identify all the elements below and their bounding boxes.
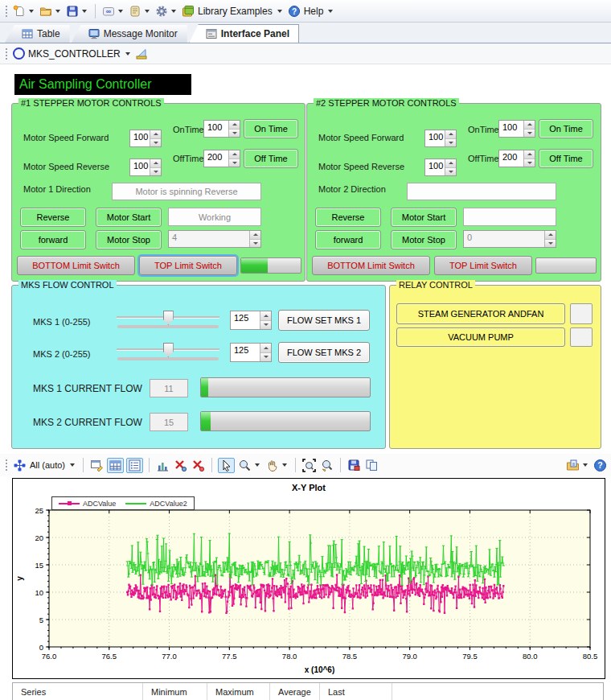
- stepper1-off-time-input[interactable]: 200: [203, 150, 240, 167]
- stepper2-off-time-button[interactable]: Off Time: [539, 149, 593, 168]
- spin-up-icon[interactable]: [524, 121, 535, 130]
- show-legend-toggle[interactable]: [126, 458, 143, 473]
- spinner-buttons[interactable]: [249, 231, 260, 247]
- xy-plot-chart[interactable]: 76.076.577.077.578.078.579.079.580.080.5…: [12, 478, 605, 679]
- export-button[interactable]: [565, 457, 590, 474]
- script-button[interactable]: [128, 3, 152, 19]
- stepper2-status-textbox[interactable]: [463, 208, 556, 226]
- spin-up-icon[interactable]: [445, 130, 456, 139]
- spin-down-icon[interactable]: [445, 168, 456, 176]
- spin-down-icon[interactable]: [250, 240, 260, 248]
- spin-up-icon[interactable]: [229, 150, 240, 159]
- stepper2-off-time-input[interactable]: 200: [498, 150, 535, 167]
- media-tools-button[interactable]: ∞: [101, 3, 125, 19]
- zoom-previous-button[interactable]: [319, 457, 334, 474]
- stepper1-count-input[interactable]: 4: [168, 230, 261, 248]
- spin-down-icon[interactable]: [524, 130, 535, 138]
- zoom-tool-button[interactable]: [237, 457, 262, 474]
- stepper1-forward-button[interactable]: forward: [20, 230, 86, 249]
- stepper1-off-time-button[interactable]: Off Time: [244, 149, 298, 168]
- stepper2-count-input[interactable]: 0: [463, 230, 556, 248]
- spinner-buttons[interactable]: [523, 121, 535, 137]
- pointer-tool-toggle[interactable]: [218, 458, 235, 473]
- spin-up-icon[interactable]: [545, 231, 556, 240]
- slider-thumb[interactable]: [163, 343, 174, 357]
- toolbar-grip[interactable]: [5, 5, 8, 18]
- vacuum-pump-button[interactable]: VACUUM PUMP: [396, 327, 565, 347]
- stepper2-forward-button[interactable]: forward: [315, 230, 381, 249]
- stepper1-on-time-button[interactable]: On Time: [244, 119, 298, 138]
- spin-down-icon[interactable]: [524, 159, 535, 167]
- stepper2-direction-textbox[interactable]: [407, 183, 556, 200]
- spin-down-icon[interactable]: [150, 139, 161, 147]
- measure-tool-icon[interactable]: [135, 47, 148, 60]
- open-button[interactable]: [39, 3, 63, 19]
- chart-properties-button[interactable]: [89, 457, 105, 474]
- flow-set-mks1-button[interactable]: FLOW SET MKS 1: [278, 310, 370, 331]
- stepper1-direction-textbox[interactable]: Motor is spinning Reverse: [112, 183, 261, 200]
- spin-up-icon[interactable]: [229, 121, 240, 130]
- spin-down-icon[interactable]: [260, 321, 271, 330]
- spin-up-icon[interactable]: [260, 311, 271, 321]
- chart-type-button[interactable]: [155, 457, 170, 474]
- chart-help-button[interactable]: ?: [593, 457, 608, 474]
- tab-interface-panel[interactable]: Interface Panel: [189, 24, 299, 43]
- spin-up-icon[interactable]: [150, 159, 161, 168]
- mks2-slider[interactable]: [117, 342, 219, 363]
- mks2-value-input[interactable]: 125: [230, 343, 272, 362]
- spinner-buttons[interactable]: [150, 159, 161, 175]
- stepper2-speed-forward-input[interactable]: 100: [424, 130, 457, 147]
- stepper2-motor-start-button[interactable]: Motor Start: [391, 208, 457, 227]
- spin-up-icon[interactable]: [524, 150, 535, 159]
- save-chart-button[interactable]: [347, 457, 362, 474]
- stepper1-motor-start-button[interactable]: Motor Start: [96, 208, 162, 227]
- spin-up-icon[interactable]: [150, 130, 161, 139]
- show-table-toggle[interactable]: [107, 458, 124, 473]
- chart-toolbar-grip[interactable]: [5, 459, 8, 471]
- slider-thumb[interactable]: [163, 311, 174, 325]
- stepper1-status-textbox[interactable]: Working: [168, 208, 261, 226]
- new-file-button[interactable]: [12, 3, 36, 19]
- spinner-buttons[interactable]: [445, 130, 456, 146]
- stepper2-reverse-button[interactable]: Reverse: [315, 208, 381, 227]
- steam-generator-button[interactable]: STEAM GENERATOR ANDFAN: [396, 303, 565, 324]
- spin-down-icon[interactable]: [445, 139, 456, 147]
- tab-message-monitor[interactable]: Message Monitor: [72, 25, 187, 43]
- spin-down-icon[interactable]: [229, 130, 240, 138]
- flow-set-mks2-button[interactable]: FLOW SET MKS 2: [278, 342, 370, 363]
- spin-up-icon[interactable]: [445, 159, 456, 168]
- spinner-buttons[interactable]: [150, 130, 161, 146]
- spinner-buttons[interactable]: [523, 150, 535, 167]
- spin-down-icon[interactable]: [229, 159, 240, 167]
- stepper1-motor-stop-button[interactable]: Motor Stop: [96, 230, 162, 249]
- spin-down-icon[interactable]: [150, 168, 161, 176]
- zoom-to-fit-button[interactable]: [301, 457, 317, 474]
- spinner-buttons[interactable]: [445, 159, 456, 175]
- spin-down-icon[interactable]: [260, 353, 271, 362]
- stepper2-on-time-input[interactable]: 100: [498, 120, 535, 138]
- spin-up-icon[interactable]: [250, 231, 260, 240]
- device-bar-grip[interactable]: [5, 47, 8, 60]
- stepper2-speed-reverse-input[interactable]: 100: [424, 159, 457, 176]
- delete-all-markers-button[interactable]: [191, 457, 206, 474]
- stepper2-bottom-limit-button[interactable]: BOTTOM Limit Switch: [312, 256, 430, 275]
- stepper2-top-limit-button[interactable]: TOP Limit Switch: [434, 256, 532, 275]
- series-selector[interactable]: All (auto): [12, 457, 77, 474]
- stepper2-on-time-button[interactable]: On Time: [539, 119, 593, 138]
- stepper1-on-time-input[interactable]: 100: [203, 120, 240, 138]
- stepper2-motor-stop-button[interactable]: Motor Stop: [391, 230, 457, 249]
- save-button[interactable]: [65, 3, 89, 19]
- chevron-down-icon[interactable]: [125, 52, 130, 56]
- stepper1-top-limit-button[interactable]: TOP Limit Switch: [139, 256, 237, 275]
- delete-marker-button[interactable]: [173, 457, 188, 474]
- spin-down-icon[interactable]: [545, 240, 556, 248]
- stepper1-reverse-button[interactable]: Reverse: [20, 208, 86, 227]
- spinner-buttons[interactable]: [260, 344, 271, 361]
- mks1-slider[interactable]: [117, 310, 219, 331]
- help-button[interactable]: ? Help: [287, 3, 336, 19]
- spin-up-icon[interactable]: [260, 344, 271, 353]
- series-stats-table[interactable]: Series Minimum Maximum Average Last: [12, 682, 604, 700]
- library-examples-button[interactable]: Library Examples: [181, 3, 285, 19]
- stepper1-bottom-limit-button[interactable]: BOTTOM Limit Switch: [17, 256, 135, 275]
- pan-tool-button[interactable]: [264, 457, 289, 474]
